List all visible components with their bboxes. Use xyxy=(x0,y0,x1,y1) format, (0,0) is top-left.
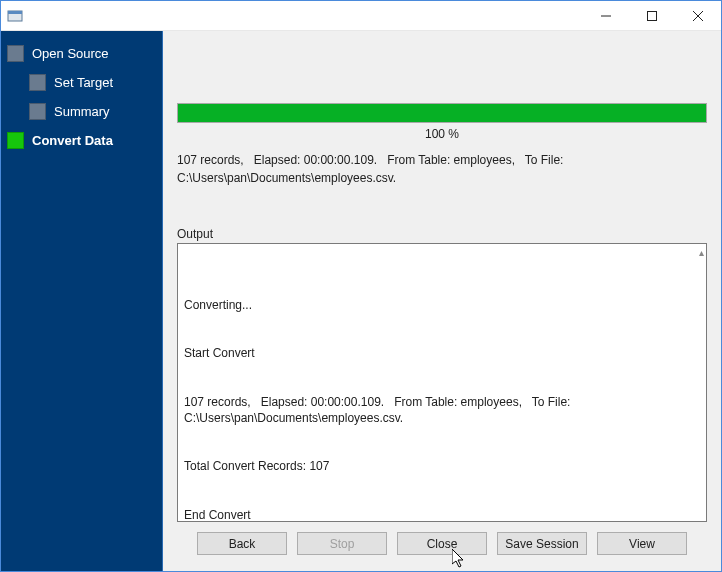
step-box-icon xyxy=(7,45,24,62)
output-line: Start Convert xyxy=(184,345,700,361)
save-session-button[interactable]: Save Session xyxy=(497,532,587,555)
sidebar-item-open-source[interactable]: Open Source xyxy=(1,39,162,68)
sidebar-item-label: Convert Data xyxy=(32,133,113,148)
sidebar-item-convert-data[interactable]: Convert Data xyxy=(1,126,162,155)
window-body: Open Source Set Target Summary Convert D… xyxy=(1,31,721,571)
svg-rect-1 xyxy=(8,11,22,14)
content-panel: 100 % 107 records, Elapsed: 00:00:00.109… xyxy=(163,31,721,571)
step-box-icon xyxy=(7,132,24,149)
close-button[interactable]: Close xyxy=(397,532,487,555)
output-line: Total Convert Records: 107 xyxy=(184,458,700,474)
scroll-up-icon: ▴ xyxy=(699,246,704,260)
sidebar-item-label: Summary xyxy=(54,104,110,119)
conversion-summary: 107 records, Elapsed: 00:00:00.109. From… xyxy=(177,151,707,187)
step-box-icon xyxy=(29,74,46,91)
output-textarea[interactable]: ▴ Converting... Start Convert 107 record… xyxy=(177,243,707,522)
progress-area: 100 % xyxy=(177,103,707,141)
output-line: End Convert xyxy=(184,507,700,522)
stop-button[interactable]: Stop xyxy=(297,532,387,555)
output-line: 107 records, Elapsed: 00:00:00.109. From… xyxy=(184,394,700,426)
output-line: Converting... xyxy=(184,297,700,313)
sidebar-item-label: Set Target xyxy=(54,75,113,90)
maximize-button[interactable] xyxy=(629,1,675,31)
svg-rect-3 xyxy=(648,11,657,20)
step-box-icon xyxy=(29,103,46,120)
view-button[interactable]: View xyxy=(597,532,687,555)
progress-percent-label: 100 % xyxy=(177,127,707,141)
progress-fill xyxy=(178,104,706,122)
window-controls xyxy=(583,1,721,31)
progress-bar xyxy=(177,103,707,123)
minimize-button[interactable] xyxy=(583,1,629,31)
app-window: Open Source Set Target Summary Convert D… xyxy=(0,0,722,572)
app-icon xyxy=(7,8,23,24)
titlebar xyxy=(1,1,721,31)
sidebar-item-label: Open Source xyxy=(32,46,109,61)
back-button[interactable]: Back xyxy=(197,532,287,555)
sidebar-item-summary[interactable]: Summary xyxy=(1,97,162,126)
output-label: Output xyxy=(177,227,707,241)
titlebar-left xyxy=(1,8,29,24)
sidebar-item-set-target[interactable]: Set Target xyxy=(1,68,162,97)
close-button[interactable] xyxy=(675,1,721,31)
button-row: Back Stop Close Save Session View xyxy=(177,522,707,559)
wizard-sidebar: Open Source Set Target Summary Convert D… xyxy=(1,31,163,571)
